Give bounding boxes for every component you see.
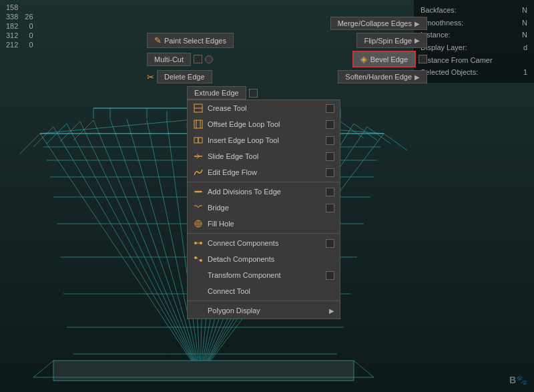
extrude-edge-button[interactable]: Extrude Edge	[187, 86, 246, 100]
polygon-display-label: Polygon Display	[208, 307, 325, 315]
connect-components-item[interactable]: Connect Components	[188, 235, 340, 251]
bridge-label: Bridge	[208, 204, 322, 212]
detach-components-label: Detach Components	[208, 255, 334, 263]
table-row: 182 0	[3, 21, 43, 31]
merge-collapse-button[interactable]: Merge/Collapse Edges ▶	[330, 17, 427, 30]
divider-2	[188, 233, 340, 234]
soften-harden-button[interactable]: Soften/Harden Edge ▶	[338, 70, 427, 83]
table-row: 338 26	[3, 12, 43, 21]
watermark: B🐾	[509, 375, 527, 385]
multi-cut-circle-icon	[205, 55, 213, 63]
multi-cut-button[interactable]: Multi-Cut	[147, 53, 191, 66]
svg-rect-41	[53, 361, 354, 381]
context-menu: Merge/Collapse Edges ▶ ✎ Paint Select Ed…	[147, 17, 427, 319]
bevel-edge-checkbox[interactable]	[419, 55, 427, 63]
bevel-edge-button[interactable]: ◈ Bevel Edge	[352, 51, 416, 67]
stats-row-instance: Instance: N	[421, 29, 527, 41]
offset-edge-loop-icon	[193, 119, 204, 130]
offset-edge-loop-item[interactable]: Offset Edge Loop Tool	[188, 116, 340, 132]
svg-point-66	[200, 191, 202, 193]
edit-edge-flow-icon	[193, 167, 204, 178]
offset-edge-loop-label: Offset Edge Loop Tool	[208, 120, 322, 128]
stats-key: Backfaces:	[421, 4, 457, 17]
transform-component-label: Transform Component	[208, 271, 322, 279]
stats-row-display-layer: Display Layer: d	[421, 41, 527, 54]
paint-select-button[interactable]: ✎ Paint Select Edges	[147, 33, 234, 48]
svg-point-70	[194, 242, 197, 244]
table-row: 158	[3, 3, 43, 12]
stats-row-smoothness: Smoothness: N	[421, 17, 527, 29]
stats-row-distance: Distance From Camer	[421, 54, 527, 67]
polygon-display-item[interactable]: Polygon Display ▶	[188, 303, 340, 319]
slide-edge-tool-item[interactable]: Slide Edge Tool	[188, 148, 340, 164]
slide-edge-tool-label: Slide Edge Tool	[208, 152, 322, 160]
insert-edge-loop-item[interactable]: Insert Edge Loop Tool	[188, 132, 340, 148]
bevel-edge-label: Bevel Edge	[370, 55, 408, 63]
add-divisions-item[interactable]: Add Divisions To Edge	[188, 184, 340, 200]
fill-hole-icon	[193, 218, 204, 229]
offset-edge-loop-checkbox[interactable]	[326, 120, 334, 129]
insert-edge-loop-icon	[193, 135, 204, 146]
divider-3	[188, 301, 340, 301]
fill-hole-item[interactable]: Fill Hole	[188, 216, 340, 232]
stats-value: N	[522, 4, 527, 17]
bevel-edge-icon: ◈	[360, 54, 367, 64]
table-row: 212 0	[3, 40, 43, 49]
bridge-item[interactable]: Bridge	[188, 200, 340, 216]
edit-edge-flow-checkbox[interactable]	[326, 168, 334, 177]
flip-spin-arrow-icon: ▶	[415, 37, 420, 44]
divider-1	[188, 182, 340, 182]
stats-panel: Backfaces: N Smoothness: N Instance: N D…	[414, 0, 534, 83]
slide-edge-tool-checkbox[interactable]	[326, 152, 334, 161]
svg-point-71	[200, 242, 202, 244]
merge-collapse-arrow-icon: ▶	[415, 20, 420, 27]
stats-key: Display Layer:	[421, 41, 467, 54]
connect-tool-icon	[193, 286, 204, 297]
delete-edge-icon: ✂	[147, 72, 154, 82]
insert-edge-loop-checkbox[interactable]	[326, 136, 334, 145]
extrude-edge-checkbox[interactable]	[249, 89, 258, 97]
stats-row-backfaces: Backfaces: N	[421, 4, 527, 17]
slide-edge-tool-icon	[193, 151, 204, 162]
transform-component-item[interactable]: Transform Component	[188, 267, 340, 283]
insert-edge-loop-label: Insert Edge Loop Tool	[208, 136, 322, 144]
soften-harden-label: Soften/Harden Edge	[345, 73, 412, 81]
stats-value: N	[522, 29, 527, 41]
edit-edge-flow-label: Edit Edge Flow	[208, 168, 322, 176]
extrude-edge-label: Extrude Edge	[194, 89, 239, 97]
connect-components-icon	[193, 238, 204, 248]
crease-tool-item[interactable]: Crease Tool	[188, 100, 340, 116]
dropdown-menu: Crease Tool Offset Edge Loop Tool Insert…	[187, 100, 340, 319]
delete-edge-button[interactable]: Delete Edge	[157, 70, 212, 83]
svg-point-74	[200, 259, 202, 262]
detach-components-icon	[193, 254, 204, 264]
multi-cut-label: Multi-Cut	[154, 55, 184, 63]
add-divisions-icon	[193, 186, 204, 197]
connect-tool-item[interactable]: Connect Tool	[188, 283, 340, 299]
stats-value: 1	[523, 66, 527, 79]
numbers-table: 158 338 26 182 0 312 0 212 0	[0, 0, 80, 52]
svg-line-75	[197, 258, 200, 260]
svg-point-65	[198, 191, 200, 193]
connect-tool-label: Connect Tool	[208, 287, 334, 295]
connect-components-checkbox[interactable]	[326, 239, 334, 248]
crease-tool-checkbox[interactable]	[326, 104, 334, 113]
transform-component-icon	[193, 270, 204, 280]
detach-components-item[interactable]: Detach Components	[188, 251, 340, 267]
svg-point-64	[196, 191, 198, 193]
add-divisions-checkbox[interactable]	[326, 188, 334, 196]
table-row: 312 0	[3, 31, 43, 40]
svg-point-73	[194, 256, 197, 259]
crease-tool-icon	[193, 103, 204, 114]
stats-row-selected: Selected Objects: 1	[421, 66, 527, 79]
stats-value: d	[523, 41, 527, 54]
edit-edge-flow-item[interactable]: Edit Edge Flow	[188, 164, 340, 180]
soften-harden-arrow-icon: ▶	[415, 73, 420, 81]
transform-component-checkbox[interactable]	[326, 271, 334, 280]
paint-select-label: Paint Select Edges	[164, 37, 226, 45]
bridge-checkbox[interactable]	[326, 204, 334, 212]
flip-spin-button[interactable]: Flip/Spin Edge ▶	[356, 33, 427, 48]
multi-cut-checkbox[interactable]	[194, 55, 202, 63]
merge-collapse-label: Merge/Collapse Edges	[338, 19, 412, 27]
stats-key: Distance From Camer	[421, 54, 493, 67]
